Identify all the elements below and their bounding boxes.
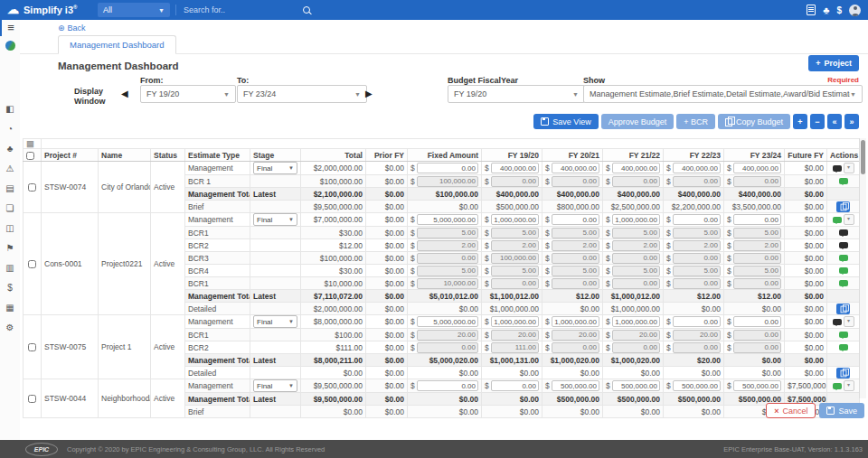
fy-amount-input[interactable] <box>673 240 721 251</box>
fy-amount-input[interactable] <box>673 176 721 187</box>
zoom-in-button[interactable]: + <box>793 114 807 129</box>
comment-green-icon[interactable] <box>839 344 848 351</box>
comment-green-icon[interactable] <box>839 280 848 286</box>
fy-amount-input[interactable] <box>673 342 721 353</box>
fy-amount-input[interactable] <box>673 163 721 173</box>
fy-amount-input[interactable] <box>733 214 781 225</box>
zoom-out-button[interactable]: − <box>810 114 825 129</box>
row-select-checkbox[interactable] <box>28 260 36 268</box>
fy-amount-input[interactable] <box>612 316 660 327</box>
fy-amount-input[interactable] <box>552 240 599 251</box>
compass-icon[interactable]: ◔ <box>0 119 20 139</box>
fy-amount-input[interactable] <box>673 253 721 264</box>
fy-amount-input[interactable] <box>491 380 539 391</box>
cancel-button[interactable]: ×Cancel <box>766 403 816 418</box>
comment-green-icon[interactable] <box>833 217 842 223</box>
save-view-button[interactable]: Save View <box>533 114 598 129</box>
fy-amount-input[interactable] <box>733 176 781 187</box>
fy-amount-input[interactable] <box>491 316 539 327</box>
copy-row-button[interactable] <box>836 304 850 314</box>
menu-icon[interactable]: ≡ <box>0 20 20 36</box>
copy-budget-button[interactable]: Copy Budget <box>718 114 790 129</box>
fixed-amount-input[interactable] <box>417 330 478 341</box>
row-select-checkbox[interactable] <box>28 343 36 351</box>
comment-black-icon[interactable] <box>833 319 842 325</box>
fy-amount-input[interactable] <box>612 342 660 353</box>
search-scope-select[interactable]: All▼ <box>98 3 170 17</box>
comment-green-icon[interactable] <box>839 332 848 338</box>
fixed-amount-input[interactable] <box>417 163 478 173</box>
save-button[interactable]: Save <box>819 403 864 418</box>
fy-amount-input[interactable] <box>491 214 539 225</box>
globe-icon[interactable] <box>0 36 20 56</box>
fy-amount-input[interactable] <box>673 228 721 238</box>
fy-amount-input[interactable] <box>612 176 660 187</box>
comment-green-icon[interactable] <box>839 267 848 274</box>
book-icon[interactable]: ◫ <box>0 219 20 238</box>
fixed-amount-input[interactable] <box>417 316 478 327</box>
fixed-amount-input[interactable] <box>417 266 478 276</box>
back-link[interactable]: ⊛ Back <box>58 23 86 33</box>
fy-amount-input[interactable] <box>552 228 599 238</box>
table-tools-icon[interactable]: ▤ <box>26 139 34 148</box>
currency-icon[interactable]: $ <box>836 5 842 15</box>
folder-icon[interactable]: ❏ <box>0 199 20 219</box>
fixed-amount-input[interactable] <box>417 278 478 289</box>
fy-amount-input[interactable] <box>612 278 660 289</box>
fixed-amount-input[interactable] <box>417 342 478 353</box>
fy-amount-input[interactable] <box>491 266 539 276</box>
fy-amount-input[interactable] <box>552 214 599 225</box>
stage-select[interactable]: Final▼ <box>253 162 297 174</box>
grid-icon[interactable]: ▦ <box>0 298 20 318</box>
document-icon[interactable] <box>807 5 816 15</box>
fy-amount-input[interactable] <box>491 278 539 289</box>
fy-amount-input[interactable] <box>491 240 539 251</box>
comment-black-icon[interactable] <box>833 165 842 172</box>
fy-amount-input[interactable] <box>491 253 539 264</box>
select-all-checkbox[interactable] <box>26 152 34 160</box>
fy-amount-input[interactable] <box>733 278 781 289</box>
row-select-checkbox[interactable] <box>28 395 36 403</box>
fy-amount-input[interactable] <box>612 240 660 251</box>
fixed-amount-input[interactable] <box>417 380 478 391</box>
page-prev-button[interactable]: « <box>827 114 842 129</box>
fy-amount-input[interactable] <box>552 266 599 276</box>
stage-select[interactable]: Final▼ <box>253 213 297 226</box>
fy-amount-input[interactable] <box>673 266 721 276</box>
to-fy-select[interactable]: FY 23/24▼ <box>237 85 367 103</box>
fy-amount-input[interactable] <box>673 330 721 341</box>
user-avatar[interactable] <box>849 5 861 16</box>
fy-amount-input[interactable] <box>733 253 781 264</box>
dashboard-icon[interactable]: ◧ <box>0 99 20 119</box>
fy-amount-input[interactable] <box>491 342 539 353</box>
fy-amount-input[interactable] <box>612 214 660 225</box>
display-window-prev-arrow[interactable]: ◀ <box>121 89 128 98</box>
cluster-icon[interactable]: ♣ <box>823 5 829 15</box>
fy-amount-input[interactable] <box>552 316 599 327</box>
fy-amount-input[interactable] <box>612 266 660 276</box>
fy-amount-input[interactable] <box>612 380 660 391</box>
dollar-icon[interactable]: $ <box>0 278 20 298</box>
ledger-icon[interactable]: ▥ <box>0 258 20 278</box>
row-expand-chevron[interactable]: ▾ <box>844 380 854 391</box>
row-expand-chevron[interactable]: ▾ <box>844 316 854 327</box>
tab-management-dashboard[interactable]: Management Dashboard <box>58 35 176 54</box>
fy-amount-input[interactable] <box>673 380 721 391</box>
fy-amount-input[interactable] <box>552 380 599 391</box>
comment-green-icon[interactable] <box>839 255 848 261</box>
fy-amount-input[interactable] <box>491 330 539 341</box>
fy-amount-input[interactable] <box>552 176 599 187</box>
row-select-checkbox[interactable] <box>28 183 36 192</box>
flag-icon[interactable]: ⚑ <box>0 238 20 258</box>
fy-amount-input[interactable] <box>552 163 599 173</box>
fy-amount-input[interactable] <box>552 278 599 289</box>
show-select[interactable]: Management Estimate,Brief Estimate,Detai… <box>583 85 863 103</box>
fy-amount-input[interactable] <box>612 228 660 238</box>
copy-row-button[interactable] <box>836 368 850 379</box>
document-icon[interactable]: ▤ <box>0 179 20 199</box>
fy-amount-input[interactable] <box>733 330 781 341</box>
fy-amount-input[interactable] <box>552 342 599 353</box>
fy-amount-input[interactable] <box>612 330 660 341</box>
search-input[interactable] <box>182 5 303 15</box>
fy-amount-input[interactable] <box>612 163 660 173</box>
